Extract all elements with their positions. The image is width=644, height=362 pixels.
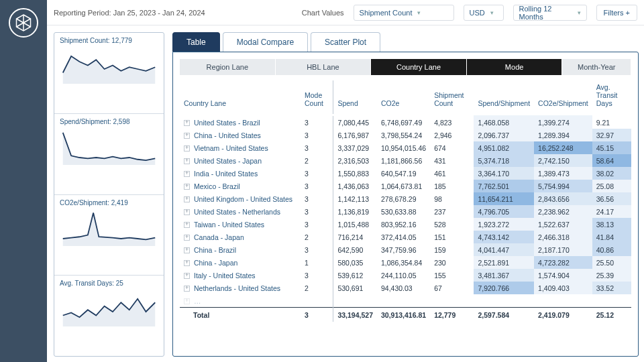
tab-table[interactable]: Table — [172, 32, 220, 52]
tab-country-lane[interactable]: Country Lane — [371, 59, 467, 75]
col-shipment-count[interactable]: Shipment Count — [430, 80, 474, 115]
cell-mc: 3 — [301, 115, 333, 129]
expand-icon[interactable] — [184, 247, 190, 253]
col-co2e-shipment[interactable]: CO2e/Shipment — [534, 80, 592, 115]
cell-mc: 3 — [301, 243, 333, 256]
cell-lane: United States - Brazil — [180, 115, 301, 129]
cell-spend: 716,214 — [333, 231, 377, 243]
table-row[interactable]: United States - Brazil37,080,4456,748,69… — [180, 115, 631, 129]
table-row[interactable]: United States - Japan22,316,5031,181,866… — [180, 154, 631, 167]
table-row[interactable]: … — [180, 294, 631, 308]
tab-modal-compare[interactable]: Modal Compare — [223, 32, 308, 52]
card-spend-shipment[interactable]: Spend/Shipment: 2,598 — [54, 114, 164, 195]
cell-atd: 38.02 — [592, 167, 631, 180]
view-tabs: Table Modal Compare Scatter Plot — [172, 32, 639, 52]
table-row[interactable]: Mexico - Brazil31,436,0631,064,673.81185… — [180, 180, 631, 192]
total-sc: 12,779 — [430, 308, 474, 322]
table-row[interactable]: Netherlands - United States2530,69194,43… — [180, 282, 631, 294]
total-spend: 33,194,527 — [333, 308, 377, 322]
cell-sps: 4,041.447 — [474, 243, 534, 256]
table-row[interactable]: Italy - United States3539,612244,110.051… — [180, 269, 631, 282]
card-avg-transit[interactable]: Avg. Transit Days: 25 — [54, 276, 164, 356]
col-avg-transit[interactable]: Avg. Transit Days — [592, 80, 631, 115]
cell-sc: 159 — [430, 243, 474, 256]
cell-lane: India - United States — [180, 167, 301, 180]
cell-lane: Vietnam - United States — [180, 141, 301, 154]
expand-icon[interactable] — [184, 145, 190, 152]
col-co2e[interactable]: CO2e — [377, 80, 430, 115]
expand-icon[interactable] — [184, 120, 190, 126]
tab-scatter-plot[interactable]: Scatter Plot — [311, 32, 380, 52]
logo[interactable] — [9, 8, 38, 38]
data-grid[interactable]: Country Lane Mode Count Spend CO2e Shipm… — [180, 80, 631, 352]
cell-cps: 4,723.282 — [534, 256, 592, 269]
table-row[interactable]: China - Japan1580,0351,086,354.842302,52… — [180, 256, 631, 269]
expand-icon[interactable] — [184, 235, 190, 241]
table-row[interactable]: China - United States36,176,9873,798,554… — [180, 129, 631, 141]
cell-sps: 1,923.272 — [474, 218, 534, 231]
tab-mode[interactable]: Mode — [467, 59, 563, 75]
card-co2e-shipment[interactable]: CO2e/Shipment: 2,419 — [54, 195, 164, 276]
expand-icon[interactable] — [184, 222, 190, 228]
cell-cps: 1,389.473 — [534, 167, 592, 180]
cell-mc: 3 — [301, 218, 333, 231]
table-row[interactable]: China - Brazil3642,590347,759.961594,041… — [180, 243, 631, 256]
cell-cps: 2,238.962 — [534, 205, 592, 218]
cell-sc: 4,823 — [430, 115, 474, 129]
panel: Table Modal Compare Scatter Plot Region … — [172, 32, 639, 357]
table-row[interactable]: Vietnam - United States33,337,02910,954,… — [180, 141, 631, 154]
range-select[interactable]: Rolling 12 Months▾ — [513, 5, 587, 21]
table-row[interactable]: United States - Netherlands31,136,819530… — [180, 205, 631, 218]
expand-icon[interactable] — [184, 273, 190, 279]
tab-month-year[interactable]: Month-Year — [562, 59, 631, 75]
expand-icon[interactable] — [184, 196, 190, 202]
table-row[interactable]: Taiwan - United States31,015,488803,952.… — [180, 218, 631, 231]
cell-cps: 5,754.994 — [534, 180, 592, 192]
range-value: Rolling 12 Months — [519, 5, 572, 21]
table-row[interactable]: United Kingdom - United States31,142,113… — [180, 192, 631, 205]
cell-atd: 32.97 — [592, 129, 631, 141]
cell-sps: 1,468.058 — [474, 115, 534, 129]
cell-mc: 3 — [301, 269, 333, 282]
expand-icon[interactable] — [184, 171, 190, 177]
expand-icon[interactable] — [184, 260, 190, 266]
cell-co2e: 372,414.05 — [377, 231, 430, 243]
col-country-lane[interactable]: Country Lane — [180, 80, 301, 115]
tab-region-lane[interactable]: Region Lane — [180, 59, 276, 75]
expand-icon[interactable] — [184, 209, 190, 215]
cell-atd: 25.08 — [592, 180, 631, 192]
reporting-period[interactable]: Reporting Period: Jan 25, 2023 - Jan 24,… — [54, 9, 205, 17]
cell-cps: 2,187.170 — [534, 243, 592, 256]
table: Country Lane Mode Count Spend CO2e Shipm… — [180, 80, 631, 322]
sparkline — [60, 209, 158, 246]
expand-icon[interactable] — [184, 158, 190, 164]
cell-atd: 9.21 — [592, 115, 631, 129]
cell-mc: 3 — [301, 129, 333, 141]
group-tabs: Region Lane HBL Lane Country Lane Mode M… — [180, 59, 631, 75]
cell-atd: 40.86 — [592, 243, 631, 256]
expand-icon[interactable] — [184, 133, 190, 139]
chart-values-select[interactable]: Shipment Count▾ — [354, 5, 454, 21]
tab-hbl-lane[interactable]: HBL Lane — [276, 59, 372, 75]
col-spend[interactable]: Spend — [333, 80, 377, 115]
cell-lane: United States - Netherlands — [180, 205, 301, 218]
cell-sps: 7,762.501 — [474, 180, 534, 192]
sparkline — [60, 47, 158, 84]
currency-select[interactable]: USD▾ — [464, 5, 504, 21]
cell-sc: 431 — [430, 154, 474, 167]
col-mode-count[interactable]: Mode Count — [301, 80, 333, 115]
cell-co2e: 1,064,673.81 — [377, 180, 430, 192]
expand-icon[interactable] — [184, 298, 190, 304]
filters-button[interactable]: Filters + — [596, 5, 637, 21]
cell-lane: Mexico - Brazil — [180, 180, 301, 192]
total-co2e: 30,913,416.81 — [377, 308, 430, 322]
card-shipment-count[interactable]: Shipment Count: 12,779 — [54, 33, 164, 114]
cell-sc: 230 — [430, 256, 474, 269]
cell-lane: China - Japan — [180, 256, 301, 269]
cell-co2e: 1,181,866.56 — [377, 154, 430, 167]
expand-icon[interactable] — [184, 286, 190, 292]
table-row[interactable]: India - United States31,550,883640,547.1… — [180, 167, 631, 180]
expand-icon[interactable] — [184, 184, 190, 190]
table-row[interactable]: Canada - Japan2716,214372,414.051514,743… — [180, 231, 631, 243]
col-spend-shipment[interactable]: Spend/Shipment — [474, 80, 534, 115]
